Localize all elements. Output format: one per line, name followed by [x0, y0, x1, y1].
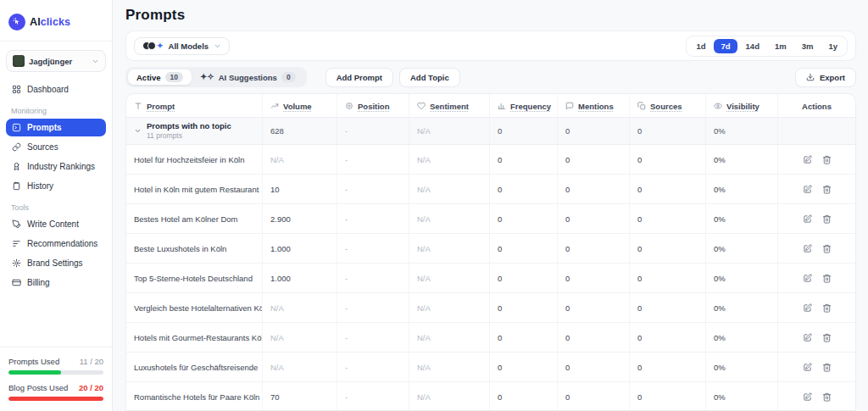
range-7d[interactable]: 7d: [714, 39, 737, 53]
sidebar-item-sources[interactable]: Sources: [6, 138, 106, 156]
tab-ai-suggestions[interactable]: ✦✧ AI Suggestions 0: [192, 69, 304, 85]
edit-button[interactable]: [803, 363, 812, 372]
table-row[interactable]: Luxushotels für Geschäftsreisende N/A - …: [126, 353, 855, 382]
table-row[interactable]: Hotels mit Gourmet-Restaurants Köln N/A …: [126, 323, 855, 353]
sidebar-item-billing[interactable]: Billing: [6, 274, 106, 292]
table-row[interactable]: Hotel für Hochzeitsfeier in Köln N/A - N…: [126, 145, 855, 175]
edit-button[interactable]: [803, 303, 812, 313]
prompt-cell[interactable]: Hotels mit Gourmet-Restaurants Köln: [126, 323, 262, 352]
prompt-cell[interactable]: Romantische Hotels für Paare Köln: [126, 382, 262, 411]
range-14d[interactable]: 14d: [739, 39, 766, 53]
range-1d[interactable]: 1d: [689, 39, 712, 53]
position-cell: -: [337, 204, 409, 233]
gear-icon: [12, 258, 21, 268]
all-models-dropdown[interactable]: ✦ All Models: [134, 37, 230, 55]
sentiment-cell: N/A: [409, 145, 489, 174]
sidebar-item-brand-settings[interactable]: Brand Settings: [6, 254, 106, 272]
sidebar-item-prompts[interactable]: Prompts: [6, 119, 106, 136]
sidebar-item-write-content[interactable]: Write Content: [6, 215, 106, 233]
sidebar-item-industry-rankings[interactable]: Industry Rankings: [6, 158, 106, 175]
column-header-prompt[interactable]: Prompt: [126, 94, 262, 118]
visibility-cell: 0%: [705, 204, 777, 233]
prompt-cell[interactable]: Bestes Hotel am Kölner Dom: [126, 204, 262, 233]
workspace-selector[interactable]: Jagdjünger: [6, 50, 106, 72]
heart-icon: [417, 102, 426, 110]
add-topic-button[interactable]: Add Topic: [399, 68, 460, 87]
edit-button[interactable]: [803, 185, 812, 194]
table-row[interactable]: Hotel in Köln mit gutem Restaurant 10 - …: [126, 175, 855, 204]
edit-button[interactable]: [803, 214, 812, 224]
table-row[interactable]: Top 5-Sterne-Hotels Deutschland 1.000 - …: [126, 264, 855, 293]
sparkles-icon: ✦✧: [200, 73, 214, 81]
column-header-frequency[interactable]: Frequency: [489, 94, 557, 118]
edit-button[interactable]: [803, 333, 812, 342]
blog-used-label: Blog Posts Used: [8, 383, 68, 392]
visibility-cell: 0%: [705, 175, 777, 203]
table-row[interactable]: Vergleich beste Hotelalternativen Köln N…: [126, 293, 855, 323]
trash-icon: [822, 155, 832, 164]
delete-button[interactable]: [822, 363, 832, 372]
topic-group-row[interactable]: Prompts with no topic 11 prompts 628 - N…: [126, 118, 855, 145]
sources-cell: 0: [629, 382, 705, 411]
workspace-name: Jagdjünger: [29, 57, 87, 66]
trash-icon: [822, 363, 832, 372]
range-1m[interactable]: 1m: [768, 39, 793, 53]
tab-active[interactable]: Active 10: [128, 69, 192, 85]
speech-bubble-icon: [565, 102, 574, 110]
sidebar-item-recommendations[interactable]: Recommendations: [6, 235, 106, 253]
prompt-cell[interactable]: Vergleich beste Hotelalternativen Köln: [126, 293, 262, 322]
edit-button[interactable]: [803, 392, 812, 402]
delete-button[interactable]: [822, 214, 832, 224]
delete-button[interactable]: [822, 274, 832, 283]
mentions-cell: 0: [557, 382, 629, 411]
active-count-badge: 10: [165, 72, 183, 82]
table-row[interactable]: Bestes Hotel am Kölner Dom 2.900 - N/A 0…: [126, 204, 855, 234]
edit-button[interactable]: [803, 155, 812, 164]
group-position: -: [337, 118, 409, 144]
column-header-visibility[interactable]: Visibility: [705, 94, 777, 118]
edit-button[interactable]: [803, 274, 812, 283]
column-header-mentions[interactable]: Mentions: [557, 94, 629, 118]
frequency-cell: 0: [489, 234, 557, 263]
prompt-cell[interactable]: Beste Luxushotels in Köln: [126, 234, 262, 263]
trash-icon: [822, 274, 832, 283]
section-label-tools: Tools: [11, 203, 101, 212]
model-logos-icon: ✦: [142, 42, 164, 50]
table-row[interactable]: Romantische Hotels für Paare Köln 70 - N…: [126, 382, 855, 411]
group-mentions: 0: [557, 118, 629, 144]
column-header-sources[interactable]: Sources: [629, 94, 705, 118]
sidebar: AIclicks Jagdjünger Dashboard Monitoring…: [0, 0, 113, 411]
group-subtitle: 11 prompts: [147, 131, 231, 141]
range-3m[interactable]: 3m: [795, 39, 821, 53]
prompt-cell[interactable]: Top 5-Sterne-Hotels Deutschland: [126, 264, 262, 292]
add-prompt-button[interactable]: Add Prompt: [326, 68, 393, 87]
delete-button[interactable]: [822, 303, 832, 313]
column-header-volume[interactable]: Volume: [262, 94, 337, 118]
delete-button[interactable]: [822, 333, 832, 342]
table-body: Hotel für Hochzeitsfeier in Köln N/A - N…: [126, 145, 855, 411]
sidebar-item-dashboard[interactable]: Dashboard: [6, 81, 106, 98]
delete-button[interactable]: [822, 392, 832, 402]
actions-cell: [777, 293, 855, 322]
sidebar-item-history[interactable]: History: [6, 177, 106, 195]
prompt-cell[interactable]: Luxushotels für Geschäftsreisende: [126, 353, 262, 381]
visibility-cell: 0%: [705, 382, 777, 411]
sentiment-cell: N/A: [409, 204, 489, 233]
delete-button[interactable]: [822, 155, 832, 164]
export-button[interactable]: Export: [795, 68, 856, 87]
pen-icon: [12, 219, 21, 229]
range-1y[interactable]: 1y: [821, 39, 844, 53]
edit-button[interactable]: [803, 244, 812, 253]
prompt-cell[interactable]: Hotel in Köln mit gutem Restaurant: [126, 175, 262, 203]
table-row[interactable]: Beste Luxushotels in Köln 1.000 - N/A 0 …: [126, 234, 855, 264]
eye-icon: [714, 102, 722, 110]
section-label-monitoring: Monitoring: [11, 107, 101, 115]
delete-button[interactable]: [822, 244, 832, 253]
brand-logo[interactable]: AIclicks: [0, 0, 112, 42]
chevron-down-icon[interactable]: [134, 127, 142, 135]
prompt-cell[interactable]: Hotel für Hochzeitsfeier in Köln: [126, 145, 262, 174]
column-header-sentiment[interactable]: Sentiment: [409, 94, 489, 118]
column-header-position[interactable]: Position: [337, 94, 409, 118]
trash-icon: [822, 244, 832, 253]
delete-button[interactable]: [822, 185, 832, 194]
